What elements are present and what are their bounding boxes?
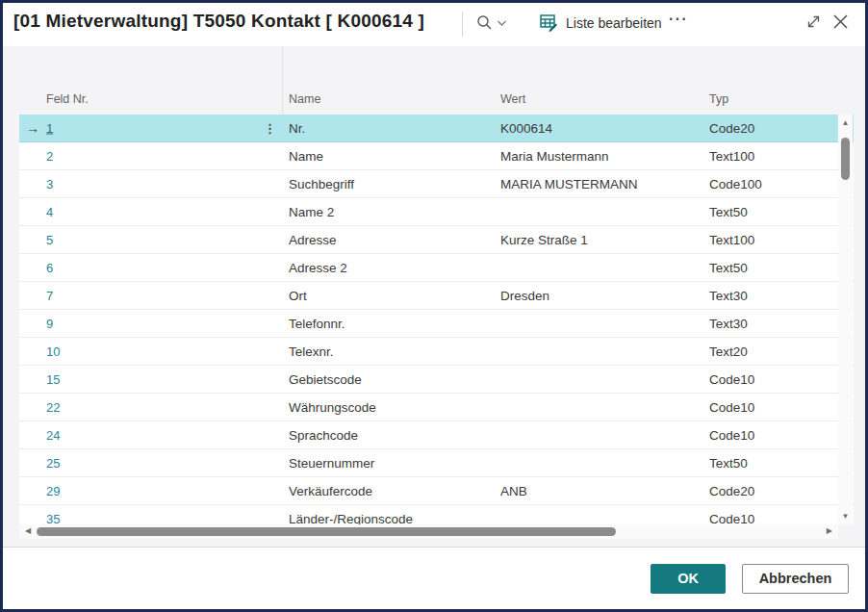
cancel-button[interactable]: Abbrechen xyxy=(742,564,849,594)
field-value: Maria Mustermann xyxy=(500,149,609,164)
field-name: Sprachcode xyxy=(289,428,358,443)
close-icon xyxy=(831,13,850,31)
field-type: Text100 xyxy=(709,149,754,164)
chevron-down-icon xyxy=(497,19,507,27)
field-type: Text100 xyxy=(709,233,754,247)
more-options-button[interactable]: ⋯ xyxy=(668,7,688,30)
dialog-footer: OK Abbrechen xyxy=(3,547,865,609)
table-row[interactable]: → 35 ⋮ Länder-/Regionscode Code10 xyxy=(19,505,854,524)
field-number-link[interactable]: 24 xyxy=(46,428,60,443)
field-number-link[interactable]: 9 xyxy=(46,317,53,331)
field-number-link[interactable]: 25 xyxy=(46,456,60,471)
field-name: Name 2 xyxy=(289,205,334,219)
field-number-link[interactable]: 15 xyxy=(46,372,60,387)
row-menu-dots-icon[interactable]: ⋮ xyxy=(264,121,276,136)
scroll-down-icon[interactable]: ▼ xyxy=(838,512,853,521)
field-name: Gebietscode xyxy=(289,372,362,387)
table-row[interactable]: → 3 ⋮ Suchbegriff MARIA MUSTERMANN Code1… xyxy=(19,170,854,198)
edit-list-table-pencil-icon xyxy=(540,13,558,32)
column-header-wert: Wert xyxy=(500,92,525,106)
field-type: Code100 xyxy=(709,177,762,191)
field-type: Code10 xyxy=(709,512,754,525)
page-title: [01 Mietverwaltung] T5050 Kontakt [ K000… xyxy=(13,11,424,32)
field-name: Nr. xyxy=(289,121,305,136)
column-header-typ: Typ xyxy=(709,92,728,106)
expand-diagonal-icon xyxy=(805,13,822,30)
field-name: Suchbegriff xyxy=(289,177,354,191)
vertical-scrollbar-thumb[interactable] xyxy=(841,138,850,180)
field-name: Telefonnr. xyxy=(289,317,345,331)
column-header-name: Name xyxy=(289,92,320,106)
table-row[interactable]: → 4 ⋮ Name 2 Text50 xyxy=(19,198,854,226)
column-header-feld-nr: Feld Nr. xyxy=(46,92,89,106)
field-number-link[interactable]: 2 xyxy=(46,149,53,164)
table-row[interactable]: → 2 ⋮ Name Maria Mustermann Text100 xyxy=(19,142,854,170)
table-row[interactable]: → 10 ⋮ Telexnr. Text20 xyxy=(19,338,854,366)
table-row[interactable]: → 24 ⋮ Sprachcode Code10 xyxy=(19,421,854,449)
close-button[interactable] xyxy=(831,13,850,31)
table-row[interactable]: → 1 ⋮ Nr. K000614 Code20 xyxy=(19,115,854,142)
field-name: Name xyxy=(289,149,323,164)
field-value: ANB xyxy=(500,484,527,498)
scroll-right-icon[interactable]: ▶ xyxy=(827,526,832,535)
field-type: Text50 xyxy=(709,456,748,471)
table-row[interactable]: → 25 ⋮ Steuernummer Text50 xyxy=(19,449,854,477)
field-name: Adresse 2 xyxy=(289,261,347,275)
horizontal-scrollbar-thumb[interactable] xyxy=(37,527,616,536)
scroll-left-icon[interactable]: ◀ xyxy=(25,526,31,535)
field-name: Adresse xyxy=(289,233,337,247)
search-button[interactable] xyxy=(476,14,507,31)
field-number-link[interactable]: 3 xyxy=(46,177,53,191)
table-area: Feld Nr. Name Wert Typ → 1 ⋮ Nr. K000614… xyxy=(3,46,865,547)
field-value: MARIA MUSTERMANN xyxy=(500,177,638,191)
field-type: Text20 xyxy=(709,344,748,359)
field-number-link[interactable]: 29 xyxy=(46,484,60,498)
field-number-link[interactable]: 6 xyxy=(46,261,53,275)
table-row[interactable]: → 6 ⋮ Adresse 2 Text50 xyxy=(19,254,854,282)
table-row[interactable]: → 29 ⋮ Verkäufercode ANB Code20 xyxy=(19,477,854,505)
horizontal-scrollbar[interactable]: ◀ ▶ xyxy=(19,524,838,539)
field-number-link[interactable]: 4 xyxy=(46,205,53,219)
field-value: K000614 xyxy=(500,121,552,136)
field-name: Ort xyxy=(289,289,307,303)
field-type: Text30 xyxy=(709,289,748,303)
field-type: Code10 xyxy=(709,428,754,443)
table-rows: → 1 ⋮ Nr. K000614 Code20 → 2 ⋮ Name Mari… xyxy=(19,115,854,524)
table-row[interactable]: → 22 ⋮ Währungscode Code10 xyxy=(19,394,854,421)
edit-list-button[interactable]: Liste bearbeiten xyxy=(540,13,662,32)
field-type: Text50 xyxy=(709,261,748,275)
field-number-link[interactable]: 22 xyxy=(46,400,60,415)
field-list-dialog: [01 Mietverwaltung] T5050 Kontakt [ K000… xyxy=(0,0,868,612)
field-name: Steuernummer xyxy=(289,456,374,471)
field-name: Währungscode xyxy=(289,400,376,415)
table-row[interactable]: → 5 ⋮ Adresse Kurze Straße 1 Text100 xyxy=(19,226,854,254)
field-type: Code20 xyxy=(709,484,754,498)
field-type: Text50 xyxy=(709,205,748,219)
edit-list-label: Liste bearbeiten xyxy=(566,15,662,31)
field-value: Kurze Straße 1 xyxy=(500,233,588,247)
table-row[interactable]: → 15 ⋮ Gebietscode Code10 xyxy=(19,366,854,394)
selected-row-arrow-icon: → xyxy=(26,120,39,136)
field-type: Code10 xyxy=(709,400,754,415)
field-number-link[interactable]: 1 xyxy=(46,121,53,136)
field-type: Code10 xyxy=(709,372,754,387)
scroll-up-icon[interactable]: ▲ xyxy=(838,118,853,127)
ok-button[interactable]: OK xyxy=(651,564,726,594)
field-number-link[interactable]: 10 xyxy=(46,344,60,359)
table-row[interactable]: → 7 ⋮ Ort Dresden Text30 xyxy=(19,282,854,310)
vertical-scrollbar[interactable]: ▲ ▼ xyxy=(838,115,853,524)
field-number-link[interactable]: 5 xyxy=(46,233,53,247)
field-value: Dresden xyxy=(500,289,549,303)
field-type: Code20 xyxy=(709,121,754,136)
field-name: Telexnr. xyxy=(289,344,334,359)
title-bar: [01 Mietverwaltung] T5050 Kontakt [ K000… xyxy=(3,3,865,46)
field-number-link[interactable]: 7 xyxy=(46,289,53,303)
expand-button[interactable] xyxy=(805,13,822,30)
field-name: Länder-/Regionscode xyxy=(289,512,413,525)
field-number-link[interactable]: 35 xyxy=(46,512,60,525)
search-icon xyxy=(476,14,493,31)
field-type: Text30 xyxy=(709,317,748,331)
field-name: Verkäufercode xyxy=(289,484,372,498)
toolbar-divider xyxy=(462,12,463,37)
table-row[interactable]: → 9 ⋮ Telefonnr. Text30 xyxy=(19,310,854,338)
